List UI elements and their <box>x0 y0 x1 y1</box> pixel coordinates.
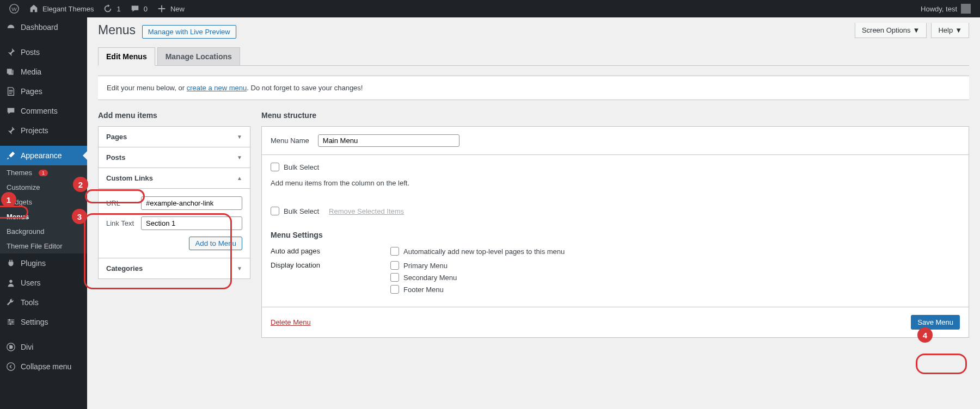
link-text-input[interactable] <box>141 216 242 230</box>
sidebar-item-users[interactable]: Users <box>0 273 87 293</box>
sidebar-label: Settings <box>21 318 48 326</box>
svg-point-6 <box>9 323 11 325</box>
delete-menu-link[interactable]: Delete Menu <box>271 318 311 326</box>
admin-bar: W Elegant Themes 1 0 New Howdy, test <box>0 0 980 17</box>
option-label: Footer Menu <box>403 286 444 294</box>
checkbox[interactable] <box>390 273 399 282</box>
sidebar-label: Collapse menu <box>21 362 71 371</box>
content-area: Screen Options ▼ Help ▼ Menus Manage wit… <box>87 17 980 409</box>
tabs: Edit MenusManage Locations <box>98 47 969 66</box>
add-menu-items-column: Add menu items Pages▼ Posts▼ Custom Link… <box>98 111 250 338</box>
add-items-heading: Add menu items <box>98 111 250 120</box>
sidebar-collapse[interactable]: Collapse menu <box>0 357 87 376</box>
pin-icon <box>5 125 16 136</box>
tab-manage-locations[interactable]: Manage Locations <box>157 47 240 65</box>
sidebar-item-plugins[interactable]: Plugins <box>0 253 87 273</box>
themes-badge: 1 <box>39 170 48 176</box>
sidebar-item-media[interactable]: Media <box>0 62 87 82</box>
sidebar-item-pages[interactable]: Pages <box>0 82 87 101</box>
updates-count: 1 <box>117 5 120 13</box>
checkbox[interactable] <box>390 261 399 270</box>
btn-label: Help <box>938 26 953 34</box>
site-name[interactable]: Elegant Themes <box>24 0 98 17</box>
svg-point-8 <box>7 363 15 370</box>
location-primary[interactable]: Primary Menu <box>390 261 457 270</box>
sidebar-label: Divi <box>21 343 33 351</box>
menu-settings-heading: Menu Settings <box>271 231 960 239</box>
sidebar-label: Menus <box>7 213 29 221</box>
chevron-down-icon: ▼ <box>237 134 242 140</box>
add-to-menu-button[interactable]: Add to Menu <box>189 237 242 250</box>
sidebar-item-posts[interactable]: Posts <box>0 42 87 62</box>
display-location-label: Display location <box>271 261 390 294</box>
accordion-custom-links[interactable]: Custom Links▲ <box>99 168 250 189</box>
annotation-marker-4: 4 <box>917 327 933 343</box>
chevron-up-icon: ▲ <box>237 175 242 181</box>
howdy-label: Howdy, test <box>921 5 957 13</box>
acc-label: Custom Links <box>106 174 153 182</box>
location-secondary[interactable]: Secondary Menu <box>390 273 457 282</box>
accordion-posts[interactable]: Posts▼ <box>99 147 250 168</box>
notice-text: . Do not forget to save your changes! <box>247 84 363 92</box>
sidebar-item-appearance[interactable]: Appearance <box>0 146 87 165</box>
howdy-user[interactable]: Howdy, test <box>916 0 976 17</box>
url-label: URL <box>106 199 137 207</box>
screen-options-button[interactable]: Screen Options ▼ <box>855 23 927 38</box>
svg-text:W: W <box>11 6 17 12</box>
structure-heading: Menu structure <box>261 111 969 120</box>
new-label: New <box>170 5 185 13</box>
remove-selected-link[interactable]: Remove Selected Items <box>329 207 404 215</box>
brush-icon <box>5 150 16 161</box>
link-text-label: Link Text <box>106 219 137 227</box>
sidebar-label: Comments <box>21 107 58 115</box>
menu-name-input[interactable] <box>318 134 460 147</box>
sidebar-label: Theme File Editor <box>7 242 63 250</box>
new-content[interactable]: New <box>152 0 189 17</box>
empty-placeholder: Add menu items from the column on the le… <box>271 179 960 187</box>
acc-label: Pages <box>106 133 127 141</box>
sidebar-item-settings[interactable]: Settings <box>0 312 87 332</box>
svg-point-5 <box>11 321 14 323</box>
sidebar-item-tools[interactable]: Tools <box>0 293 87 312</box>
bulk-select-checkbox[interactable] <box>271 163 279 171</box>
user-icon <box>5 277 16 288</box>
auto-add-option[interactable]: Automatically add new top-level pages to… <box>390 247 565 256</box>
submenu-theme-editor[interactable]: Theme File Editor <box>0 239 87 253</box>
acc-label: Posts <box>106 153 125 162</box>
pages-icon <box>5 86 16 97</box>
updates[interactable]: 1 <box>98 0 125 17</box>
sidebar-item-projects[interactable]: Projects <box>0 121 87 140</box>
annotation-marker-3: 3 <box>72 209 87 224</box>
save-menu-button[interactable]: Save Menu <box>911 315 960 330</box>
sidebar-item-dashboard[interactable]: Dashboard <box>0 17 87 37</box>
create-menu-link[interactable]: create a new menu <box>187 84 247 92</box>
collapse-icon <box>5 361 16 372</box>
sidebar-item-comments[interactable]: Comments <box>0 101 87 121</box>
tab-edit-menus[interactable]: Edit Menus <box>98 47 155 66</box>
page-title: Menus <box>98 23 136 38</box>
checkbox[interactable] <box>390 247 399 256</box>
sidebar-label: Users <box>21 278 41 287</box>
chevron-down-icon: ▼ <box>913 26 920 34</box>
bulk-select-checkbox[interactable] <box>271 207 279 215</box>
accordion-pages[interactable]: Pages▼ <box>99 127 250 147</box>
accordion-categories[interactable]: Categories▼ <box>99 258 250 278</box>
submenu-background[interactable]: Background <box>0 224 87 239</box>
dashboard-icon <box>5 22 16 33</box>
url-input[interactable] <box>141 196 242 210</box>
submenu-themes[interactable]: Themes1 <box>0 165 87 180</box>
checkbox[interactable] <box>390 285 399 294</box>
help-button[interactable]: Help ▼ <box>931 23 969 38</box>
auto-add-label: Auto add pages <box>271 247 390 256</box>
sidebar-label: Pages <box>21 87 42 96</box>
pin-icon <box>5 47 16 58</box>
location-footer[interactable]: Footer Menu <box>390 285 457 294</box>
sidebar-label: Projects <box>21 126 48 135</box>
live-preview-button[interactable]: Manage with Live Preview <box>142 25 236 39</box>
sidebar-item-divi[interactable]: Divi <box>0 337 87 357</box>
comments[interactable]: 0 <box>125 0 152 17</box>
wrench-icon <box>5 297 16 308</box>
sidebar-label: Themes <box>7 169 32 177</box>
menu-structure-column: Menu structure Menu Name Bulk Select Add… <box>261 111 969 338</box>
wp-logo[interactable]: W <box>4 0 24 17</box>
